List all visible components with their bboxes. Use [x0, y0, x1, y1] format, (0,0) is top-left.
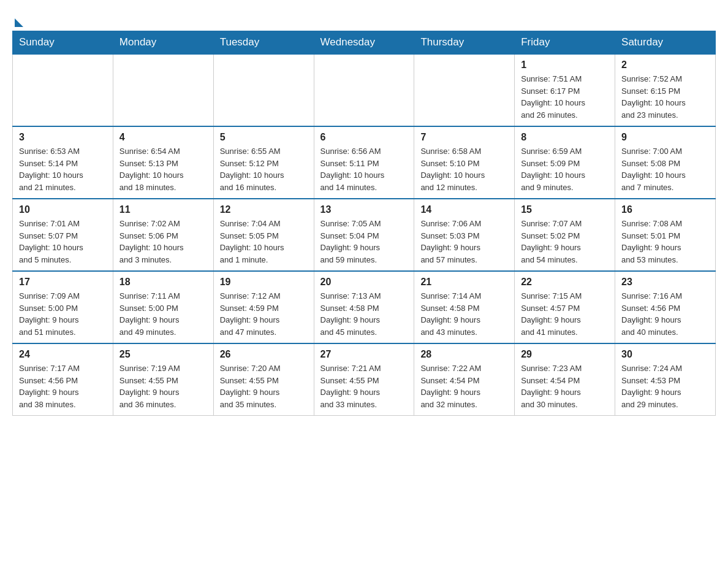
day-info: Sunrise: 7:11 AM Sunset: 5:00 PM Dayligh… [119, 290, 207, 338]
week-row-5: 24Sunrise: 7:17 AM Sunset: 4:56 PM Dayli… [13, 343, 716, 416]
day-info: Sunrise: 6:55 AM Sunset: 5:12 PM Dayligh… [220, 145, 308, 193]
calendar-cell: 30Sunrise: 7:24 AM Sunset: 4:53 PM Dayli… [615, 343, 716, 416]
calendar-cell: 18Sunrise: 7:11 AM Sunset: 5:00 PM Dayli… [113, 271, 213, 343]
day-number: 21 [420, 277, 508, 288]
day-number: 15 [521, 204, 609, 215]
day-info: Sunrise: 7:02 AM Sunset: 5:06 PM Dayligh… [119, 218, 207, 266]
calendar-cell: 23Sunrise: 7:16 AM Sunset: 4:56 PM Dayli… [615, 271, 716, 343]
calendar-cell: 20Sunrise: 7:13 AM Sunset: 4:58 PM Dayli… [314, 271, 414, 343]
day-info: Sunrise: 7:14 AM Sunset: 4:58 PM Dayligh… [420, 290, 508, 338]
day-info: Sunrise: 7:16 AM Sunset: 4:56 PM Dayligh… [621, 290, 709, 338]
calendar-cell: 9Sunrise: 7:00 AM Sunset: 5:08 PM Daylig… [615, 126, 716, 199]
day-info: Sunrise: 6:56 AM Sunset: 5:11 PM Dayligh… [320, 145, 408, 193]
calendar-cell: 11Sunrise: 7:02 AM Sunset: 5:06 PM Dayli… [113, 199, 213, 271]
calendar-cell: 4Sunrise: 6:54 AM Sunset: 5:13 PM Daylig… [113, 126, 213, 199]
day-number: 1 [521, 59, 609, 71]
day-number: 20 [320, 277, 408, 288]
day-info: Sunrise: 7:05 AM Sunset: 5:04 PM Dayligh… [320, 218, 408, 266]
day-info: Sunrise: 7:09 AM Sunset: 5:00 PM Dayligh… [19, 290, 107, 338]
calendar-cell: 28Sunrise: 7:22 AM Sunset: 4:54 PM Dayli… [414, 343, 515, 416]
calendar-cell [113, 54, 213, 126]
calendar-cell: 12Sunrise: 7:04 AM Sunset: 5:05 PM Dayli… [213, 199, 314, 271]
calendar-cell [414, 54, 515, 126]
calendar-cell: 21Sunrise: 7:14 AM Sunset: 4:58 PM Dayli… [414, 271, 515, 343]
page-header [12, 12, 716, 25]
calendar-cell: 24Sunrise: 7:17 AM Sunset: 4:56 PM Dayli… [13, 343, 113, 416]
day-number: 8 [521, 132, 609, 143]
weekday-header-sunday: Sunday [13, 31, 113, 55]
week-row-3: 10Sunrise: 7:01 AM Sunset: 5:07 PM Dayli… [13, 199, 716, 271]
logo-triangle-icon [15, 18, 23, 27]
day-number: 24 [19, 349, 107, 360]
week-row-4: 17Sunrise: 7:09 AM Sunset: 5:00 PM Dayli… [13, 271, 716, 343]
day-info: Sunrise: 6:58 AM Sunset: 5:10 PM Dayligh… [420, 145, 508, 193]
weekday-header-friday: Friday [515, 31, 615, 55]
day-number: 27 [320, 349, 408, 360]
day-info: Sunrise: 6:53 AM Sunset: 5:14 PM Dayligh… [19, 145, 107, 193]
day-number: 13 [320, 204, 408, 215]
day-number: 9 [621, 132, 709, 143]
day-number: 7 [420, 132, 508, 143]
day-info: Sunrise: 7:04 AM Sunset: 5:05 PM Dayligh… [220, 218, 308, 266]
day-number: 28 [420, 349, 508, 360]
day-number: 16 [621, 204, 709, 215]
logo [12, 12, 23, 25]
day-info: Sunrise: 7:06 AM Sunset: 5:03 PM Dayligh… [420, 218, 508, 266]
weekday-header-row: SundayMondayTuesdayWednesdayThursdayFrid… [13, 31, 716, 55]
day-info: Sunrise: 7:12 AM Sunset: 4:59 PM Dayligh… [220, 290, 308, 338]
day-info: Sunrise: 7:23 AM Sunset: 4:54 PM Dayligh… [521, 362, 609, 410]
calendar-cell: 16Sunrise: 7:08 AM Sunset: 5:01 PM Dayli… [615, 199, 716, 271]
calendar-cell: 17Sunrise: 7:09 AM Sunset: 5:00 PM Dayli… [13, 271, 113, 343]
day-info: Sunrise: 7:00 AM Sunset: 5:08 PM Dayligh… [621, 145, 709, 193]
calendar-cell: 27Sunrise: 7:21 AM Sunset: 4:55 PM Dayli… [314, 343, 414, 416]
calendar-cell: 14Sunrise: 7:06 AM Sunset: 5:03 PM Dayli… [414, 199, 515, 271]
calendar-cell [314, 54, 414, 126]
weekday-header-thursday: Thursday [414, 31, 515, 55]
day-number: 2 [621, 59, 709, 71]
day-info: Sunrise: 7:51 AM Sunset: 6:17 PM Dayligh… [521, 73, 609, 121]
week-row-1: 1Sunrise: 7:51 AM Sunset: 6:17 PM Daylig… [13, 54, 716, 126]
calendar-cell: 8Sunrise: 6:59 AM Sunset: 5:09 PM Daylig… [515, 126, 615, 199]
calendar-cell: 25Sunrise: 7:19 AM Sunset: 4:55 PM Dayli… [113, 343, 213, 416]
day-number: 25 [119, 349, 207, 360]
calendar-cell: 26Sunrise: 7:20 AM Sunset: 4:55 PM Dayli… [213, 343, 314, 416]
day-info: Sunrise: 7:01 AM Sunset: 5:07 PM Dayligh… [19, 218, 107, 266]
day-number: 3 [19, 132, 107, 143]
calendar-cell: 1Sunrise: 7:51 AM Sunset: 6:17 PM Daylig… [515, 54, 615, 126]
day-info: Sunrise: 7:21 AM Sunset: 4:55 PM Dayligh… [320, 362, 408, 410]
weekday-header-monday: Monday [113, 31, 213, 55]
calendar-cell: 10Sunrise: 7:01 AM Sunset: 5:07 PM Dayli… [13, 199, 113, 271]
day-number: 19 [220, 277, 308, 288]
day-info: Sunrise: 7:20 AM Sunset: 4:55 PM Dayligh… [220, 362, 308, 410]
day-info: Sunrise: 7:22 AM Sunset: 4:54 PM Dayligh… [420, 362, 508, 410]
calendar-cell: 2Sunrise: 7:52 AM Sunset: 6:15 PM Daylig… [615, 54, 716, 126]
day-info: Sunrise: 7:08 AM Sunset: 5:01 PM Dayligh… [621, 218, 709, 266]
weekday-header-tuesday: Tuesday [213, 31, 314, 55]
day-number: 22 [521, 277, 609, 288]
day-number: 12 [220, 204, 308, 215]
day-number: 26 [220, 349, 308, 360]
day-info: Sunrise: 6:59 AM Sunset: 5:09 PM Dayligh… [521, 145, 609, 193]
calendar-table: SundayMondayTuesdayWednesdayThursdayFrid… [12, 31, 716, 416]
day-info: Sunrise: 6:54 AM Sunset: 5:13 PM Dayligh… [119, 145, 207, 193]
day-number: 23 [621, 277, 709, 288]
calendar-cell [13, 54, 113, 126]
day-info: Sunrise: 7:24 AM Sunset: 4:53 PM Dayligh… [621, 362, 709, 410]
weekday-header-wednesday: Wednesday [314, 31, 414, 55]
week-row-2: 3Sunrise: 6:53 AM Sunset: 5:14 PM Daylig… [13, 126, 716, 199]
day-number: 18 [119, 277, 207, 288]
calendar-cell: 22Sunrise: 7:15 AM Sunset: 4:57 PM Dayli… [515, 271, 615, 343]
day-info: Sunrise: 7:17 AM Sunset: 4:56 PM Dayligh… [19, 362, 107, 410]
day-info: Sunrise: 7:19 AM Sunset: 4:55 PM Dayligh… [119, 362, 207, 410]
day-number: 17 [19, 277, 107, 288]
day-info: Sunrise: 7:07 AM Sunset: 5:02 PM Dayligh… [521, 218, 609, 266]
day-number: 14 [420, 204, 508, 215]
weekday-header-saturday: Saturday [615, 31, 716, 55]
calendar-cell: 3Sunrise: 6:53 AM Sunset: 5:14 PM Daylig… [13, 126, 113, 199]
day-number: 10 [19, 204, 107, 215]
calendar-cell: 6Sunrise: 6:56 AM Sunset: 5:11 PM Daylig… [314, 126, 414, 199]
calendar-cell: 19Sunrise: 7:12 AM Sunset: 4:59 PM Dayli… [213, 271, 314, 343]
day-info: Sunrise: 7:52 AM Sunset: 6:15 PM Dayligh… [621, 73, 709, 121]
calendar-cell: 13Sunrise: 7:05 AM Sunset: 5:04 PM Dayli… [314, 199, 414, 271]
calendar-cell: 5Sunrise: 6:55 AM Sunset: 5:12 PM Daylig… [213, 126, 314, 199]
